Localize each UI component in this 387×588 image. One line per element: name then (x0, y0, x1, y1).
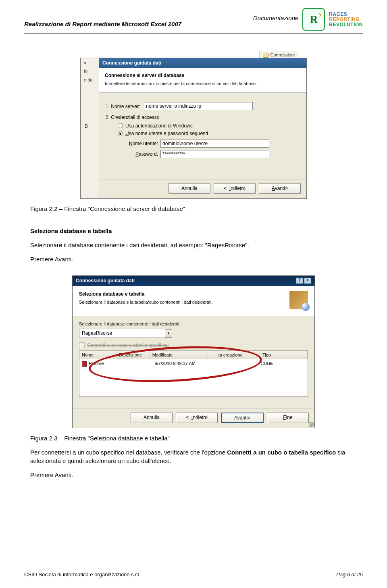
server-input[interactable] (144, 102, 253, 110)
dialog-select-db: Connessione guidata dati ? × Seleziona d… (72, 275, 315, 428)
connessioni-label: Connessioni (270, 52, 295, 57)
username-input[interactable] (160, 140, 269, 148)
dialog2-end-button[interactable]: Fine (267, 413, 309, 423)
cell-crea (212, 359, 258, 368)
bg-text-to: to (81, 67, 99, 75)
paragraph-2: Premere Avanti. (30, 255, 357, 263)
close-icon[interactable]: × (304, 277, 311, 284)
logo-line3: REVOLUTION (329, 22, 363, 27)
checkbox-label: Connetti a un cubo o tabella specifico: (87, 342, 169, 349)
table-row[interactable]: Risorse 6/7/2010 9:49:37 AM CUBE (79, 359, 308, 368)
page-header: Realizzazione di Report mediante Microso… (0, 0, 387, 33)
cell-mod: 6/7/2010 9:49:37 AM (152, 359, 212, 368)
window-buttons: ? × (296, 277, 311, 284)
excel-background-strip: a to e da B (81, 58, 100, 198)
dialog-db-server: a to e da B Connessioni Connessione guid… (80, 58, 307, 199)
radio-icon-selected (118, 131, 123, 136)
dialog2-heading: Seleziona database e tabella (79, 291, 284, 298)
table-header: Nome Descrizione Modificato ta creazione… (79, 351, 308, 359)
dialog2-subtext: Selezionare il database e la tabella/cub… (79, 299, 284, 305)
label-credenziali: 2. Credenziali di accesso (106, 114, 300, 121)
footer-company: CSIO Società di informatica e organizzaz… (24, 571, 141, 578)
col-data-creazione: ta creazione (208, 351, 260, 359)
logo-line1: RAGES (329, 12, 363, 17)
paragraph-3: Per connettersi a un cubo specifico nel … (30, 448, 357, 465)
col-nome: Nome (79, 351, 117, 359)
dialog2-buttons: Annulla < Indietro Avanti> Fine (73, 408, 314, 428)
dialog2-back-button[interactable]: < Indietro (176, 413, 218, 423)
dialog2-next-button[interactable]: Avanti> (221, 413, 264, 423)
col-tipo: Tipo (260, 351, 308, 359)
dialog1-header: Connessione al server di database Immett… (99, 68, 306, 93)
dialog1-back-button[interactable]: < Indietro (214, 183, 256, 194)
dialog2-title-text: Connessione guidata dati (76, 277, 135, 284)
logo-icon: R3 (302, 8, 325, 31)
connessioni-icon (263, 53, 268, 58)
logo-text: RAGES REPORTING REVOLUTION (329, 12, 363, 27)
radio-user-auth[interactable]: Usa nome utente e password seguenti (118, 130, 300, 137)
help-icon[interactable]: ? (296, 277, 303, 284)
label-nome-utente: Nome utente: (118, 140, 160, 147)
dialog2-header: Seleziona database e tabella Selezionare… (73, 286, 314, 316)
cube-table: Nome Descrizione Modificato ta creazione… (79, 350, 308, 397)
cell-nome: Risorse (79, 359, 118, 368)
cube-icon (82, 361, 87, 367)
cell-desc (118, 359, 152, 368)
dialog1-cancel-button[interactable]: Annulla (169, 183, 210, 194)
paragraph-1: Selezionare il database contenente i dat… (30, 241, 357, 249)
checkbox-connect-cube[interactable]: Connetti a un cubo o tabella specifico: (79, 342, 308, 349)
col-modificato: Modificato (150, 351, 208, 359)
footer-page-number: Pag 6 di 25 (336, 571, 363, 578)
checkbox-icon (79, 342, 85, 348)
cell-tipo: CUBE (258, 359, 308, 368)
bg-text-dat: e da (81, 75, 99, 84)
wizard-icon (289, 291, 308, 309)
chevron-down-icon: ▼ (165, 329, 172, 338)
figure-1-caption: Figura 2.2 – Finestra "Connessione al se… (30, 204, 357, 213)
dialog2-body: Selezionare il database contenente i dat… (73, 316, 314, 408)
radio-windows-auth[interactable]: Usa autenticazione di Windows (118, 123, 300, 129)
dialog1-buttons: Annulla < Indietro Avanti> (99, 179, 306, 198)
radio-windows-label: Usa autenticazione di Windows (125, 123, 193, 129)
bg-text-b: B (85, 123, 88, 130)
dialog1-body: 1. Nome server: 2. Credenziali di access… (99, 93, 306, 179)
para3-bold: Connetti a un cubo o tabella specifico (227, 449, 336, 456)
page-footer: CSIO Società di informatica e organizzaz… (0, 568, 387, 578)
dialog1-titlebar: Connessione guidata dati (99, 58, 306, 68)
label-password: Password: (118, 151, 160, 158)
page-content: a to e da B Connessioni Connessione guid… (0, 33, 387, 479)
col-descrizione: Descrizione (117, 351, 150, 359)
figure-1-wrap: a to e da B Connessioni Connessione guid… (30, 58, 357, 199)
bg-text-a: a (81, 58, 99, 67)
dialog1-heading: Connessione al server di database (105, 72, 301, 79)
dialog2-cancel-button[interactable]: Annulla (131, 413, 173, 423)
resize-grip-icon (309, 422, 314, 427)
dialog1-subtext: Immettere le informazioni richieste per … (105, 81, 301, 87)
label-nome-server: 1. Nome server: (106, 103, 140, 110)
radio-user-label: Usa nome utente e password seguenti (125, 130, 208, 137)
label-select-db: Selezionare il database contenente i dat… (79, 321, 308, 327)
section-heading: Seleziona database e tabella (30, 227, 357, 235)
radio-icon (118, 123, 123, 128)
header-title-left: Realizzazione di Report mediante Microso… (24, 21, 181, 31)
figure-2-wrap: Connessione guidata dati ? × Seleziona d… (30, 275, 357, 428)
password-input[interactable] (160, 150, 269, 158)
footer-rule (24, 568, 363, 568)
dialog2-titlebar: Connessione guidata dati ? × (73, 276, 314, 286)
paragraph-4: Premere Avanti. (30, 471, 357, 479)
header-right-group: Documentazione R3 RAGES REPORTING REVOLU… (253, 8, 363, 31)
dialog1-next-button[interactable]: Avanti> (259, 183, 301, 194)
logo-line2: REPORTING (329, 17, 363, 22)
figure-2-caption: Figura 2.3 – Finestra "Seleziona databas… (30, 434, 357, 442)
database-combobox[interactable]: RagesRisorse ▼ (79, 329, 308, 338)
header-title-right: Documentazione (253, 15, 299, 25)
database-combo-value: RagesRisorse (79, 329, 165, 338)
para3-a: Per connettersi a un cubo specifico nel … (30, 449, 227, 456)
